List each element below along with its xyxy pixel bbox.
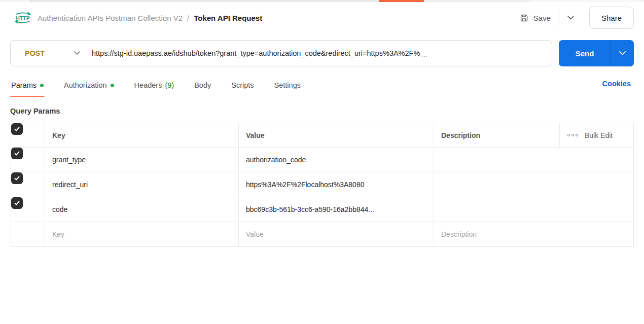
more-options-icon[interactable] bbox=[567, 134, 578, 136]
column-header-description: Description bbox=[434, 123, 560, 147]
param-row: code bbc69c3b-561b-3cc6-a590-16a2bb844..… bbox=[11, 197, 633, 222]
select-all-cell bbox=[11, 123, 45, 147]
row-checkbox-cell bbox=[11, 197, 45, 222]
query-params-table: Key Value Description Bulk Edit grant_ty… bbox=[11, 123, 634, 247]
headers-count-badge: (9) bbox=[165, 81, 174, 89]
url-text: https://stg-id.uaepass.ae/idshub/token?g… bbox=[92, 49, 420, 57]
url-overflow-indicator: ⋯ bbox=[421, 47, 428, 60]
header-divider bbox=[559, 8, 559, 28]
checkmark-icon bbox=[14, 200, 20, 206]
request-header: HTTP Authentication APIs Postman Collect… bbox=[0, 2, 644, 33]
param-key-cell[interactable]: code bbox=[45, 197, 239, 222]
tab-strip-segment bbox=[0, 0, 29, 2]
breadcrumb-request-title: Token API Request bbox=[194, 14, 262, 22]
param-value-cell[interactable]: https%3A%2F%2Flocalhost%3A8080 bbox=[239, 172, 434, 197]
send-label: Send bbox=[559, 40, 611, 66]
row-checkbox-cell bbox=[11, 172, 45, 197]
tab-label: Scripts bbox=[231, 81, 254, 89]
new-param-row: Key Value Description bbox=[11, 222, 633, 246]
tab-label: Headers bbox=[134, 81, 162, 89]
tab-strip-segment bbox=[530, 0, 644, 2]
param-description-cell[interactable] bbox=[434, 148, 633, 172]
row-checkbox-cell bbox=[11, 222, 45, 246]
checkmark-icon bbox=[14, 150, 20, 157]
tab-headers[interactable]: Headers (9) bbox=[133, 79, 175, 97]
param-row: redirect_uri https%3A%2F%2Flocalhost%3A8… bbox=[11, 172, 633, 197]
query-params-title: Query Params bbox=[10, 107, 644, 115]
new-param-description-input[interactable]: Description bbox=[434, 222, 633, 246]
modified-dot-icon bbox=[111, 84, 114, 87]
row-checkbox[interactable] bbox=[11, 172, 23, 184]
column-header-value: Value bbox=[239, 123, 434, 147]
active-tab-indicator[interactable] bbox=[379, 0, 424, 2]
param-description-cell[interactable] bbox=[434, 172, 633, 197]
tab-strip-segment bbox=[29, 0, 379, 2]
bulk-edit-button[interactable]: Bulk Edit bbox=[560, 123, 633, 147]
share-button[interactable]: Share bbox=[589, 7, 634, 29]
breadcrumb-separator: / bbox=[187, 14, 189, 22]
tab-label: Params bbox=[11, 81, 37, 89]
tab-scripts[interactable]: Scripts bbox=[230, 79, 255, 97]
checkmark-icon bbox=[14, 175, 20, 182]
send-options-button[interactable] bbox=[611, 40, 634, 66]
chevron-down-icon bbox=[74, 51, 80, 55]
app-tab-strip bbox=[0, 0, 644, 2]
request-tabs: Params Authorization Headers (9) Body Sc… bbox=[10, 79, 631, 97]
header-actions: Save Share bbox=[516, 7, 634, 29]
url-box: POST https://stg-id.uaepass.ae/idshub/to… bbox=[10, 40, 552, 66]
column-header-key: Key bbox=[45, 123, 239, 147]
save-options-button[interactable] bbox=[560, 11, 581, 25]
share-label: Share bbox=[601, 14, 622, 22]
save-icon bbox=[519, 13, 529, 23]
save-label: Save bbox=[533, 14, 551, 22]
method-selector[interactable]: POST bbox=[11, 41, 92, 66]
breadcrumb-collection[interactable]: Authentication APIs Postman Collection V… bbox=[38, 14, 183, 22]
table-header-row: Key Value Description Bulk Edit bbox=[11, 123, 633, 147]
new-param-key-input[interactable]: Key bbox=[45, 222, 239, 246]
new-param-value-input[interactable]: Value bbox=[239, 222, 434, 246]
bulk-edit-label: Bulk Edit bbox=[585, 131, 613, 139]
row-checkbox-cell bbox=[11, 148, 45, 172]
chevron-down-icon bbox=[619, 51, 626, 55]
method-label: POST bbox=[25, 49, 45, 57]
tab-params[interactable]: Params bbox=[10, 79, 45, 97]
url-input[interactable]: https://stg-id.uaepass.ae/idshub/token?g… bbox=[92, 47, 552, 60]
send-button[interactable]: Send bbox=[559, 40, 634, 66]
tab-authorization[interactable]: Authorization bbox=[63, 79, 115, 97]
checkmark-icon bbox=[14, 126, 20, 132]
param-key-cell[interactable]: redirect_uri bbox=[45, 172, 239, 197]
modified-dot-icon bbox=[40, 84, 44, 87]
breadcrumb: Authentication APIs Postman Collection V… bbox=[38, 14, 262, 22]
param-value-cell[interactable]: bbc69c3b-561b-3cc6-a590-16a2bb844... bbox=[239, 197, 434, 222]
param-row: grant_type authorization_code bbox=[11, 147, 633, 172]
tab-body[interactable]: Body bbox=[193, 79, 212, 97]
chevron-down-icon bbox=[567, 16, 574, 20]
row-checkbox[interactable] bbox=[11, 197, 23, 209]
cookies-link[interactable]: Cookies bbox=[602, 79, 631, 88]
param-description-cell[interactable] bbox=[434, 197, 633, 222]
tab-strip-segment bbox=[424, 0, 530, 2]
param-key-cell[interactable]: grant_type bbox=[45, 148, 239, 172]
tab-settings[interactable]: Settings bbox=[273, 79, 302, 97]
tab-label: Settings bbox=[274, 81, 301, 89]
row-checkbox[interactable] bbox=[11, 148, 23, 159]
param-value-cell[interactable]: authorization_code bbox=[239, 148, 434, 172]
save-button[interactable]: Save bbox=[516, 10, 558, 26]
svg-text:HTTP: HTTP bbox=[16, 15, 29, 21]
request-bar: POST https://stg-id.uaepass.ae/idshub/to… bbox=[10, 40, 634, 66]
tab-label: Authorization bbox=[64, 81, 107, 89]
select-all-checkbox[interactable] bbox=[11, 123, 23, 135]
http-method-icon: HTTP bbox=[13, 11, 32, 25]
tab-strip-divider bbox=[640, 0, 640, 2]
tab-label: Body bbox=[194, 81, 211, 89]
